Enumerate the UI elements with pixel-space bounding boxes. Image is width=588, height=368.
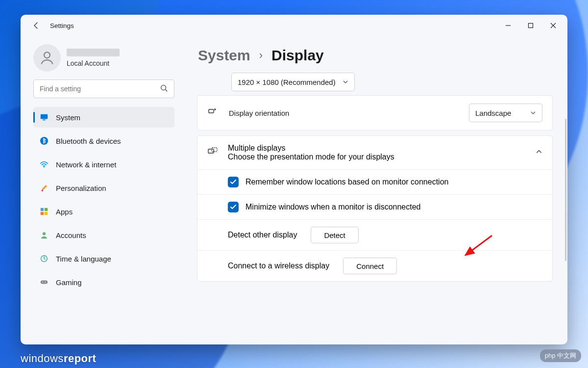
checkbox-checked[interactable]: [228, 177, 239, 187]
multiple-displays-subtitle: Choose the presentation mode for your di…: [228, 153, 394, 161]
close-button[interactable]: [542, 18, 564, 33]
sidebar-item-label: Bluetooth & devices: [56, 137, 121, 145]
svg-rect-11: [45, 208, 48, 211]
sidebar-item-gaming[interactable]: Gaming: [33, 272, 174, 292]
sidebar-item-label: Personalization: [56, 184, 106, 192]
back-button[interactable]: [29, 19, 43, 32]
svg-rect-10: [41, 208, 44, 211]
orientation-label: Display orientation: [229, 109, 289, 117]
chevron-right-icon: ›: [259, 49, 263, 62]
monitor-icon: [39, 112, 49, 122]
search-input[interactable]: [33, 79, 174, 98]
profile-block[interactable]: Local Account: [33, 44, 174, 72]
svg-point-9: [42, 190, 44, 192]
svg-rect-12: [41, 212, 44, 215]
svg-point-8: [44, 166, 45, 167]
check-icon: [230, 204, 237, 210]
svg-point-18: [45, 282, 46, 283]
watermark: windowsreport: [21, 352, 96, 365]
breadcrumb: System › Display: [198, 47, 553, 64]
multiple-displays-icon: [207, 146, 218, 159]
orientation-dropdown[interactable]: Landscape: [469, 104, 542, 122]
checkbox-checked[interactable]: [228, 202, 239, 212]
titlebar: Settings: [21, 15, 567, 36]
svg-rect-16: [41, 280, 48, 284]
window-title: Settings: [50, 22, 74, 29]
minimize-disconnected-row[interactable]: Minimize windows when a monitor is disco…: [197, 194, 552, 219]
sidebar-item-label: Apps: [56, 208, 73, 216]
maximize-button[interactable]: [519, 18, 542, 33]
orientation-icon: [207, 107, 219, 119]
sidebar-item-time-language[interactable]: Time & language: [33, 248, 174, 269]
svg-point-17: [42, 282, 43, 283]
chevron-up-icon: [536, 148, 542, 157]
sidebar-item-label: Network & internet: [56, 160, 116, 169]
detect-display-row: Detect other display Detect: [197, 219, 552, 250]
search-icon: [160, 84, 169, 95]
multiple-displays-header[interactable]: Multiple displays Choose the presentatio…: [197, 136, 552, 169]
apps-icon: [39, 207, 49, 216]
svg-rect-1: [529, 24, 533, 28]
chevron-down-icon: [343, 79, 348, 85]
sidebar-item-label: Gaming: [56, 278, 82, 287]
sidebar-item-label: System: [56, 113, 80, 122]
svg-rect-5: [41, 114, 48, 119]
gamepad-icon: [39, 277, 49, 287]
detect-display-label: Detect other display: [228, 231, 297, 239]
account-type: Local Account: [67, 59, 120, 67]
arrow-left-icon: [32, 22, 40, 29]
remember-locations-label: Remember window locations based on monit…: [245, 178, 448, 186]
remember-locations-row[interactable]: Remember window locations based on monit…: [197, 169, 552, 194]
paintbrush-icon: [39, 183, 49, 193]
sidebar-item-bluetooth[interactable]: Bluetooth & devices: [33, 131, 174, 151]
wireless-display-row: Connect to a wireless display Connect: [197, 250, 552, 281]
sidebar-item-system[interactable]: System: [33, 107, 174, 128]
resolution-value: 1920 × 1080 (Recommended): [238, 78, 336, 86]
sidebar-item-accounts[interactable]: Accounts: [33, 225, 174, 245]
person-icon: [39, 50, 55, 66]
svg-point-2: [44, 52, 50, 58]
svg-line-4: [166, 90, 168, 92]
wireless-display-label: Connect to a wireless display: [228, 262, 329, 270]
chevron-down-icon: [530, 110, 536, 116]
scrollbar[interactable]: [565, 119, 566, 261]
detect-button[interactable]: Detect: [311, 227, 358, 243]
close-icon: [550, 23, 556, 28]
connect-button[interactable]: Connect: [343, 258, 397, 274]
svg-point-3: [161, 85, 166, 90]
svg-rect-6: [43, 120, 45, 121]
avatar: [33, 44, 61, 72]
sidebar: Local Account System Bluetooth & devices…: [21, 36, 182, 344]
minimize-button[interactable]: [497, 18, 519, 33]
search-field[interactable]: [33, 79, 174, 98]
resolution-dropdown[interactable]: 1920 × 1080 (Recommended): [231, 73, 355, 91]
sidebar-item-apps[interactable]: Apps: [33, 201, 174, 222]
svg-rect-20: [208, 149, 214, 153]
bluetooth-icon: [39, 136, 49, 146]
check-icon: [230, 179, 237, 185]
sidebar-item-personalization[interactable]: Personalization: [33, 178, 174, 198]
minimize-icon: [505, 23, 511, 28]
sidebar-item-label: Accounts: [56, 231, 86, 239]
breadcrumb-parent[interactable]: System: [198, 47, 250, 64]
svg-rect-19: [209, 109, 214, 113]
svg-rect-21: [212, 148, 217, 152]
clock-globe-icon: [39, 254, 49, 263]
wifi-icon: [39, 159, 49, 169]
multiple-displays-card: Multiple displays Choose the presentatio…: [197, 135, 553, 282]
minimize-disconnected-label: Minimize windows when a monitor is disco…: [245, 203, 421, 211]
orientation-card: Display orientation Landscape: [197, 95, 553, 131]
multiple-displays-title: Multiple displays: [228, 144, 394, 153]
breadcrumb-current: Display: [271, 47, 324, 64]
php-badge: php 中文网: [540, 349, 581, 362]
main-content: System › Display 1920 × 1080 (Recommende…: [182, 36, 567, 344]
orientation-value: Landscape: [475, 109, 511, 117]
maximize-icon: [528, 23, 534, 28]
sidebar-item-network[interactable]: Network & internet: [33, 154, 174, 175]
svg-point-14: [43, 232, 46, 235]
settings-window: Settings Local Account: [21, 15, 567, 344]
username-redacted: [67, 49, 120, 56]
sidebar-item-label: Time & language: [56, 255, 111, 263]
account-icon: [39, 230, 49, 240]
svg-rect-13: [45, 212, 48, 215]
